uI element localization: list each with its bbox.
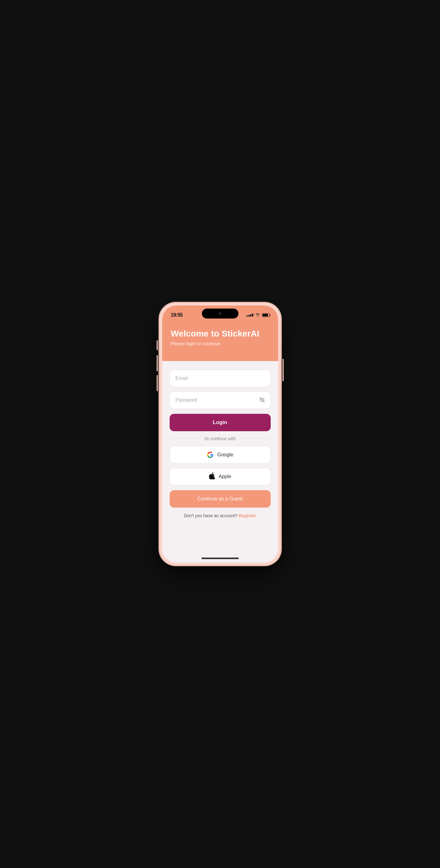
status-time: 19:55 [171, 312, 183, 318]
volume-down-button[interactable] [157, 375, 158, 391]
power-button[interactable] [282, 359, 284, 381]
status-bar: 19:55 [162, 306, 278, 321]
google-signin-button[interactable]: Google [170, 446, 271, 464]
home-bar [202, 558, 239, 559]
guest-button[interactable]: Continue as a Guest [170, 490, 271, 507]
phone-screen: 19:55 [162, 306, 278, 562]
camera-dot [218, 312, 222, 315]
wifi-icon [255, 313, 260, 318]
apple-signin-button[interactable]: Apple [170, 468, 271, 485]
password-input[interactable] [170, 392, 271, 409]
google-icon [207, 452, 214, 458]
apple-icon [209, 472, 215, 480]
divider-line-right [239, 438, 270, 439]
mute-button[interactable] [157, 340, 158, 350]
email-field-wrapper [170, 370, 271, 387]
header-section: Welcome to StickerAI Please login to con… [162, 321, 278, 361]
status-icons [246, 313, 269, 318]
password-field-wrapper [170, 392, 271, 409]
dynamic-island [202, 309, 238, 318]
apple-label: Apple [218, 474, 231, 479]
google-label: Google [217, 452, 234, 458]
content-section: Login Or continue with Google [162, 361, 278, 554]
welcome-subtitle: Please login to continue [171, 341, 269, 346]
signal-icon [246, 314, 253, 317]
divider-line-left [170, 438, 201, 439]
email-input[interactable] [170, 370, 271, 387]
login-button[interactable]: Login [170, 414, 271, 431]
phone-frame: 19:55 [160, 303, 281, 565]
welcome-title: Welcome to StickerAI [171, 329, 269, 339]
home-indicator [162, 554, 278, 562]
divider: Or continue with [170, 436, 271, 441]
divider-text: Or continue with [204, 436, 236, 441]
battery-icon [262, 313, 269, 317]
register-link[interactable]: Register [239, 513, 256, 518]
register-prompt-text: Don't you have an account? [184, 513, 238, 518]
volume-up-button[interactable] [157, 355, 158, 371]
register-row: Don't you have an account? Register [170, 513, 271, 518]
toggle-password-icon[interactable] [259, 397, 266, 404]
